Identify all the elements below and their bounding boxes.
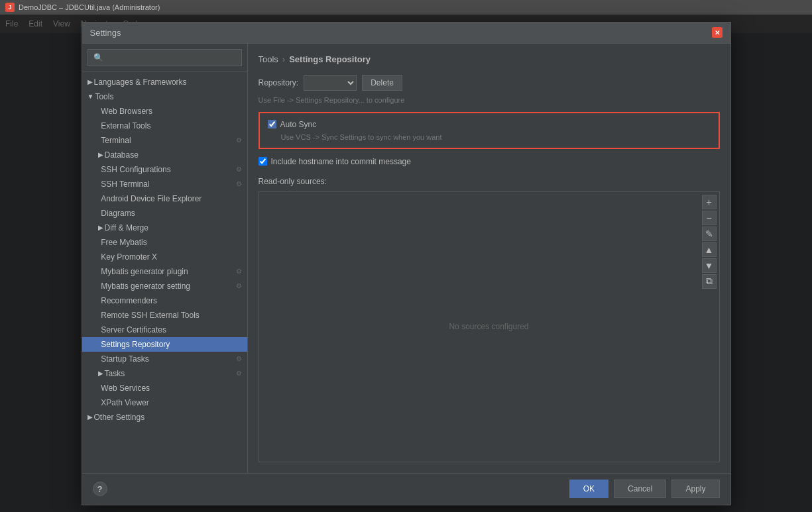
no-sources-text: No sources configured: [259, 192, 719, 462]
auto-sync-label: Auto Sync: [280, 120, 317, 129]
dialog-title-bar: Settings ✕: [82, 23, 730, 44]
tree-item-icon: ⚙: [236, 166, 242, 173]
tree-item-remote-ssh[interactable]: Remote SSH External Tools: [82, 308, 247, 323]
tree-item-xpath-viewer[interactable]: XPath Viewer: [82, 395, 247, 410]
dialog-body: ▶Languages & Frameworks▼Tools Web Browse…: [82, 44, 730, 473]
window-title: DemoJDBC – JDBCUtil.java (Administrator): [19, 3, 160, 11]
copy-button[interactable]: ⧉: [702, 274, 717, 289]
tree-item-startup-tasks[interactable]: Startup Tasks⚙: [82, 352, 247, 366]
tree-item-label: Free Mybatis: [101, 238, 146, 247]
tree-item-label: Web Browsers: [101, 107, 152, 116]
tree-arrow: ▶: [87, 78, 93, 85]
search-input[interactable]: [87, 49, 242, 66]
tree-item-diagrams[interactable]: Diagrams: [82, 206, 247, 221]
auto-sync-row: Auto Sync: [268, 120, 711, 129]
tree-item-ssh-configurations[interactable]: SSH Configurations⚙: [82, 162, 247, 177]
move-down-button[interactable]: ▼: [702, 258, 717, 273]
right-panel: Tools › Settings Repository Repository: …: [248, 44, 730, 473]
settings-dialog: Settings ✕ ▶Languages & Frameworks▼Tools…: [82, 22, 731, 505]
tree-item-label: Mybatis generator plugin: [101, 267, 188, 276]
tree-item-settings-repository[interactable]: Settings Repository: [82, 337, 247, 352]
tree-item-database[interactable]: ▶Database: [82, 148, 247, 162]
add-source-button[interactable]: +: [702, 195, 717, 209]
tree-arrow: [98, 268, 100, 275]
search-box: [82, 44, 247, 72]
repository-row: Repository: Delete: [259, 75, 720, 91]
tree-item-icon: ⚙: [236, 180, 242, 187]
tree-item-external-tools[interactable]: External Tools: [82, 119, 247, 133]
tree-item-icon: ⚙: [236, 268, 242, 275]
tree-item-label: Tasks: [105, 369, 125, 378]
tree-arrow: [98, 355, 100, 362]
dialog-footer: ? OK Cancel Apply: [82, 473, 730, 505]
tree-item-server-certificates[interactable]: Server Certificates: [82, 323, 247, 337]
tree-item-icon: ⚙: [236, 355, 242, 362]
tree-arrow: [98, 195, 100, 202]
tree-arrow: [98, 122, 100, 129]
tree-arrow: [98, 253, 100, 260]
tree-item-free-mybatis[interactable]: Free Mybatis: [82, 235, 247, 250]
tree-arrow: [98, 311, 100, 319]
window-title-bar: J DemoJDBC – JDBCUtil.java (Administrato…: [0, 0, 812, 15]
help-button[interactable]: ?: [93, 482, 107, 496]
tree-item-web-browsers[interactable]: Web Browsers: [82, 104, 247, 119]
tree-arrow: ▶: [98, 224, 103, 231]
tree-item-label: External Tools: [101, 121, 150, 130]
tree-item-web-services[interactable]: Web Services: [82, 381, 247, 395]
tree-item-mybatis-generator-setting[interactable]: Mybatis generator setting⚙: [82, 279, 247, 293]
repository-label: Repository:: [259, 78, 299, 87]
tree-arrow: ▶: [87, 413, 93, 421]
tree-arrow: [98, 238, 100, 246]
include-hostname-checkbox[interactable]: [259, 157, 267, 166]
edit-source-button[interactable]: ✎: [702, 227, 717, 241]
auto-sync-hint: Use VCS -> Sync Settings to sync when yo…: [268, 133, 711, 141]
tree-item-mybatis-generator-plugin[interactable]: Mybatis generator plugin⚙: [82, 264, 247, 279]
footer-buttons: OK Cancel Apply: [569, 480, 720, 498]
modal-overlay: Settings ✕ ▶Languages & Frameworks▼Tools…: [0, 15, 812, 512]
tree-item-tools[interactable]: ▼Tools: [82, 89, 247, 104]
breadcrumb-separator: ›: [282, 54, 285, 64]
auto-sync-checkbox[interactable]: [268, 120, 276, 128]
tree-item-recommenders[interactable]: Recommenders: [82, 293, 247, 308]
tree-item-android-device[interactable]: Android Device File Explorer: [82, 191, 247, 206]
remove-source-button[interactable]: −: [702, 211, 717, 225]
tree-item-ssh-terminal[interactable]: SSH Terminal⚙: [82, 177, 247, 191]
tree-item-label: Diff & Merge: [105, 223, 148, 232]
close-button[interactable]: ✕: [712, 27, 723, 38]
sources-area: No sources configured + − ✎ ▲ ▼ ⧉: [259, 191, 720, 462]
tree-item-label: XPath Viewer: [101, 398, 149, 407]
tree-item-label: Recommenders: [101, 296, 157, 305]
tree-item-other-settings[interactable]: ▶Other Settings: [82, 410, 247, 425]
tree-arrow: [98, 282, 100, 289]
tree-arrow: [98, 384, 100, 391]
file-hint: Use File -> Settings Repository... to co…: [259, 96, 720, 104]
include-hostname-row: Include hostname into commit message: [259, 157, 720, 166]
tree-arrow: [98, 136, 100, 144]
tree-item-label: Server Certificates: [101, 325, 166, 334]
tree-item-label: Mybatis generator setting: [101, 282, 190, 291]
tree-item-languages-frameworks[interactable]: ▶Languages & Frameworks: [82, 75, 247, 89]
tree-area[interactable]: ▶Languages & Frameworks▼Tools Web Browse…: [82, 72, 247, 473]
tree-arrow: [98, 340, 100, 348]
tree-item-terminal[interactable]: Terminal⚙: [82, 133, 247, 148]
tree-arrow: [98, 209, 100, 217]
tree-item-tasks[interactable]: ▶Tasks⚙: [82, 366, 247, 381]
apply-button[interactable]: Apply: [671, 480, 719, 498]
readonly-sources-label: Read-only sources:: [259, 177, 720, 186]
repository-dropdown[interactable]: [304, 75, 357, 91]
cancel-button[interactable]: Cancel: [614, 480, 666, 498]
tree-item-label: Remote SSH External Tools: [101, 311, 200, 320]
tree-item-label: Diagrams: [101, 209, 135, 218]
tree-arrow: [98, 326, 100, 333]
tree-item-key-promoter[interactable]: Key Promoter X: [82, 250, 247, 264]
left-panel: ▶Languages & Frameworks▼Tools Web Browse…: [82, 44, 248, 473]
ok-button[interactable]: OK: [569, 480, 609, 498]
tree-item-diff-merge[interactable]: ▶Diff & Merge: [82, 221, 247, 235]
tree-item-label: Database: [105, 150, 139, 160]
settings-content: Repository: Delete Use File -> Settings …: [259, 75, 720, 462]
delete-button[interactable]: Delete: [362, 75, 402, 91]
tree-item-icon: ⚙: [236, 282, 242, 289]
tree-item-label: SSH Configurations: [101, 165, 170, 174]
move-up-button[interactable]: ▲: [702, 242, 717, 257]
tree-arrow: [98, 297, 100, 304]
